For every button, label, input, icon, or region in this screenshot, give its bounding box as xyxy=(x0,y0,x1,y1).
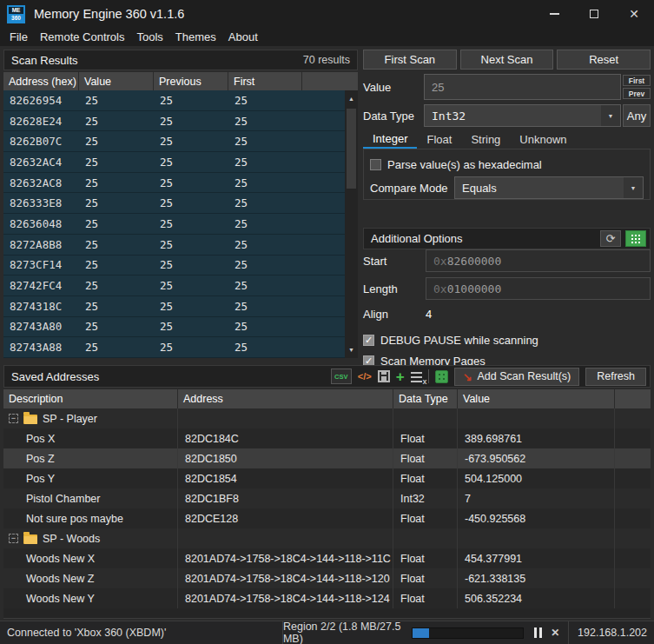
any-button[interactable]: Any xyxy=(623,104,651,127)
scan-cell-value: 25 xyxy=(79,300,154,313)
debug-pause-checkbox[interactable]: ✓ xyxy=(363,335,374,346)
scan-result-row[interactable]: 82742FC4252525 xyxy=(3,276,358,296)
value-input[interactable] xyxy=(424,74,621,100)
scan-result-row[interactable]: 8262B07C252525 xyxy=(3,131,358,152)
maximize-button[interactable] xyxy=(574,0,614,28)
memory-chip-icon[interactable] xyxy=(435,370,448,383)
scrollbar-up-icon[interactable]: ▲ xyxy=(345,92,358,105)
scan-result-row[interactable]: 82632AC8252525 xyxy=(3,173,358,194)
saved-address-row[interactable]: Pistol Chamber82DC1BF8Int327 xyxy=(3,488,651,508)
align-value[interactable]: 4 xyxy=(426,308,432,321)
compare-mode-select[interactable]: Equals ▼ xyxy=(454,176,644,199)
tab-unknown[interactable]: Unknown xyxy=(510,130,576,149)
scan-result-row[interactable]: 82743A88252525 xyxy=(3,337,358,358)
scan-column-header-value[interactable]: Value xyxy=(79,72,154,90)
saved-column-header-data-type[interactable]: Data Type xyxy=(393,389,458,408)
add-entry-icon[interactable]: + xyxy=(396,369,405,384)
saved-folder-row[interactable]: −SP - Player xyxy=(3,408,651,428)
saved-address-row[interactable]: Woods New Y8201AD74->1758->18C4->144->11… xyxy=(3,588,651,608)
menu-item-themes[interactable]: Themes xyxy=(169,30,222,43)
tab-integer[interactable]: Integer xyxy=(363,130,417,149)
saved-column-header-address[interactable]: Address xyxy=(178,389,393,408)
scan-column-header-first[interactable]: First xyxy=(228,72,302,90)
saved-address-row[interactable]: Pos X82DC184CFloat389.698761 xyxy=(3,428,651,448)
scan-results-scrollbar[interactable]: ▲ ▼ xyxy=(345,90,358,358)
scan-column-header-address-hex[interactable]: Address (hex) xyxy=(3,72,79,90)
csv-export-button[interactable]: CSV xyxy=(331,368,352,384)
scan-cell-address: 8262B07C xyxy=(3,135,79,148)
parse-hex-checkbox[interactable] xyxy=(370,159,381,170)
close-button[interactable]: ✕ xyxy=(614,0,654,28)
saved-addresses-header: Saved Addresses CSV </> + ↘ Add Scan Res… xyxy=(3,365,651,388)
menu-item-about[interactable]: About xyxy=(222,30,264,43)
cell-value: -450.925568 xyxy=(458,508,615,528)
scan-result-row[interactable]: 82628E24252525 xyxy=(3,111,358,132)
scan-cell-value: 25 xyxy=(79,94,154,107)
start-row: Start 0x82600000 xyxy=(363,249,651,272)
memory-grid-icon[interactable] xyxy=(625,230,646,247)
saved-column-header-description[interactable]: Description xyxy=(3,389,178,408)
next-scan-button[interactable]: Next Scan xyxy=(460,50,554,70)
cell-data-type: Float xyxy=(393,548,458,568)
add-scan-results-button[interactable]: ↘ Add Scan Result(s) xyxy=(454,368,580,386)
chevron-down-icon[interactable]: ▼ xyxy=(624,177,643,198)
collapse-expander-icon[interactable]: − xyxy=(9,414,18,423)
cell-data-type: Float xyxy=(393,468,458,488)
saved-address-row[interactable]: Pos Y82DC1854Float504.125000 xyxy=(3,468,651,488)
pause-icon[interactable] xyxy=(534,627,542,638)
scan-result-row[interactable]: 82632AC4252525 xyxy=(3,152,358,173)
value-row: Value First Prev xyxy=(363,74,651,100)
length-input[interactable]: 0x01000000 xyxy=(426,277,651,300)
scan-result-row[interactable]: 8274318C252525 xyxy=(3,296,358,317)
menu-item-file[interactable]: File xyxy=(3,30,34,43)
tab-float[interactable]: Float xyxy=(417,130,461,149)
parse-hex-row[interactable]: Parse value(s) as hexadecimal xyxy=(370,154,644,175)
scan-result-row[interactable]: 8273CF14252525 xyxy=(3,256,358,276)
scan-cell-address: 82632AC4 xyxy=(3,156,79,169)
scrollbar-down-icon[interactable]: ▼ xyxy=(345,343,358,356)
debug-pause-row[interactable]: ✓ DEBUG PAUSE while scanning xyxy=(363,329,651,350)
saved-address-row[interactable]: Pos Z82DC1850Float-673.950562 xyxy=(3,448,651,468)
scan-result-row[interactable]: 826333E8252525 xyxy=(3,193,358,214)
scan-result-row[interactable]: 82626954252525 xyxy=(3,90,358,111)
saved-address-row[interactable]: Woods New Z8201AD74->1758->18C4->144->11… xyxy=(3,568,651,588)
saved-column-header-value[interactable]: Value xyxy=(458,389,615,408)
start-label: Start xyxy=(363,255,426,268)
chevron-down-icon[interactable]: ▼ xyxy=(601,105,620,126)
clear-list-icon[interactable] xyxy=(411,372,422,374)
scan-result-row[interactable]: 82743A80252525 xyxy=(3,317,358,338)
scrollbar-thumb[interactable] xyxy=(347,109,356,189)
cancel-icon[interactable]: ✕ xyxy=(551,627,559,639)
saved-column-header-blank[interactable] xyxy=(615,389,651,408)
refresh-button[interactable]: Refresh xyxy=(585,368,646,386)
first-scan-button[interactable]: First Scan xyxy=(363,50,457,70)
collapse-expander-icon[interactable]: − xyxy=(9,534,18,543)
saved-address-row[interactable]: Woods New X8201AD74->1758->18C4->144->11… xyxy=(3,548,651,568)
start-input[interactable]: 0x82600000 xyxy=(426,249,651,272)
cell-data-type: Float xyxy=(393,428,458,448)
cell-filler xyxy=(615,588,651,608)
title-bar: ME 360 Memory Engine 360 v1.1.6 ✕ xyxy=(0,0,654,28)
scan-result-row[interactable]: 82636048252525 xyxy=(3,214,358,235)
menu-item-remote-controls[interactable]: Remote Controls xyxy=(34,30,131,43)
refresh-regions-icon[interactable]: ⟳ xyxy=(600,230,621,247)
compare-mode-value: Equals xyxy=(455,182,497,195)
first-value-button[interactable]: First xyxy=(623,75,651,86)
saved-folder-row[interactable]: −SP - Woods xyxy=(3,528,651,548)
save-icon[interactable] xyxy=(378,370,390,382)
saved-address-row[interactable]: Not sure pos maybe82DCE128Float-450.9255… xyxy=(3,508,651,528)
minimize-button[interactable] xyxy=(534,0,574,28)
prev-value-button[interactable]: Prev xyxy=(623,88,651,99)
scan-column-header-previous[interactable]: Previous xyxy=(154,72,228,90)
cell-filler xyxy=(615,428,651,448)
cell-filler xyxy=(615,488,651,508)
code-icon[interactable]: </> xyxy=(358,371,372,382)
cell-address: 8201AD74->1758->18C4->144->118->124 xyxy=(178,588,393,608)
data-type-select[interactable]: Int32 ▼ xyxy=(424,104,621,127)
reset-button[interactable]: Reset xyxy=(557,50,651,70)
scan-result-row[interactable]: 8272A8B8252525 xyxy=(3,235,358,256)
cell-filler xyxy=(615,568,651,588)
tab-string[interactable]: String xyxy=(461,130,510,149)
scan-column-header-blank[interactable] xyxy=(302,72,358,90)
menu-item-tools[interactable]: Tools xyxy=(131,30,169,43)
